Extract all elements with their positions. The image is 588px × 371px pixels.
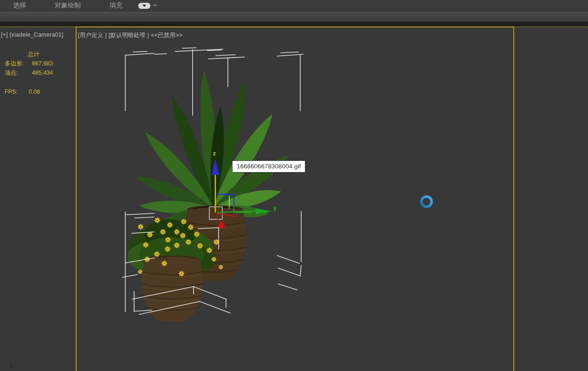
viewport-camera-name[interactable]: [xiadele_Camera01] xyxy=(10,32,63,38)
active-viewport-label: [用户定义 ][默认明暗处理 ]<<已禁用>> xyxy=(78,32,184,39)
stats-fps-value: 0.08 xyxy=(29,87,40,96)
ribbon-body xyxy=(0,12,588,22)
right-viewport[interactable] xyxy=(514,27,588,371)
stats-vertices-value: 485,434 xyxy=(32,68,53,77)
active-viewport[interactable]: [用户定义 ][默认明暗处理 ]<<已禁用>> xyxy=(76,26,514,371)
app-window: 选择 对象绘制 填充 [+][xiadele_Camera01] 总计 多边形:… xyxy=(0,0,588,371)
viewport-shading-mode[interactable]: [默认明暗处理 ] xyxy=(109,32,149,38)
gizmo-x-arrowhead[interactable] xyxy=(218,222,225,229)
viewport-area: [+][xiadele_Camera01] 总计 多边形: 667,683 顶点… xyxy=(0,26,588,371)
drag-file-tooltip: 1668606678308004.gif xyxy=(232,160,305,173)
ribbon-minimize-button[interactable] xyxy=(138,3,157,9)
stats-polygons-label: 多边形: xyxy=(5,59,24,68)
busy-spinner-icon xyxy=(421,197,432,207)
stats-polygons-value: 667,683 xyxy=(32,59,53,68)
chevron-down-icon xyxy=(153,5,157,6)
stats-polygons-row: 多边形: 667,683 xyxy=(5,59,53,68)
tab-populate[interactable]: 填充 xyxy=(110,1,123,10)
stats-fps-row: FPS: 0.08 xyxy=(5,87,53,96)
stats-vertices-row: 顶点: 485,434 xyxy=(5,68,53,77)
stats-fps-label: FPS: xyxy=(5,87,18,96)
viewport-view-name[interactable]: [用户定义 ] xyxy=(78,32,107,38)
tab-select[interactable]: 选择 xyxy=(13,1,26,10)
viewport-scene: z y xyxy=(77,27,513,370)
gizmo-z-axis-label: z xyxy=(213,150,216,157)
ribbon-tab-bar: 选择 对象绘制 填充 xyxy=(0,0,588,12)
minimize-ribbon-icon xyxy=(138,3,150,9)
big-plant-leaves xyxy=(134,69,294,228)
ribbon-separator xyxy=(0,22,588,26)
camera-viewport-label: [+][xiadele_Camera01] xyxy=(1,32,65,38)
camera-viewport[interactable]: [+][xiadele_Camera01] 总计 多边形: 667,683 顶点… xyxy=(0,27,76,371)
stats-vertices-label: 顶点: xyxy=(5,68,18,77)
statistics-overlay: 总计 多边形: 667,683 顶点: 485,434 FPS: 0.08 xyxy=(5,50,53,96)
gizmo-y-axis-label: y xyxy=(273,205,277,211)
world-axis-z-label: z xyxy=(10,363,13,369)
stats-total-label: 总计 xyxy=(28,50,53,59)
tab-object-paint[interactable]: 对象绘制 xyxy=(55,1,81,10)
viewport-menu-plus[interactable]: [+] xyxy=(1,32,8,38)
viewport-disabled-badge: <<已禁用>> xyxy=(151,32,182,38)
